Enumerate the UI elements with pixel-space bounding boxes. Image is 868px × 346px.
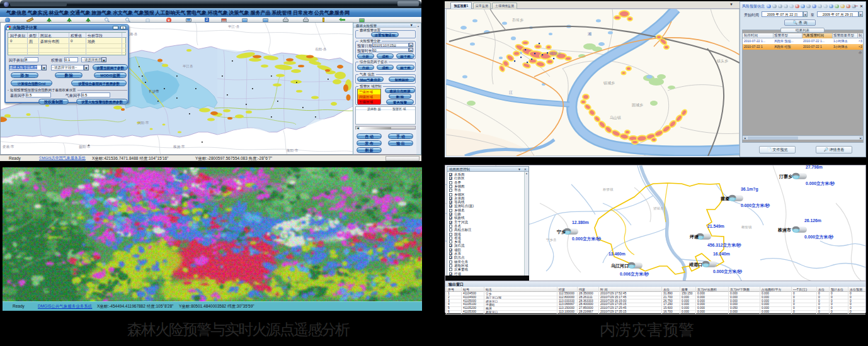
svg-text:株洲市: 株洲市 bbox=[777, 227, 791, 233]
svg-text:汀寨乡: 汀寨乡 bbox=[779, 174, 792, 179]
svg-text:0.006立方米/秒: 0.006立方米/秒 bbox=[620, 271, 649, 277]
svg-text:镇头乡: 镇头乡 bbox=[716, 59, 728, 63]
svg-text:乌山镇: 乌山镇 bbox=[610, 116, 621, 120]
svg-text:21.549m: 21.549m bbox=[707, 224, 724, 228]
svg-text:0.000立方米/秒: 0.000立方米/秒 bbox=[572, 236, 601, 242]
svg-text:宁乡: 宁乡 bbox=[557, 229, 566, 235]
svg-text:0.000立方米/秒: 0.000立方米/秒 bbox=[806, 181, 835, 186]
svg-text:江: 江 bbox=[509, 91, 513, 94]
svg-text:16.240m: 16.240m bbox=[713, 252, 730, 256]
svg-text:镇城乡: 镇城乡 bbox=[603, 81, 615, 85]
svg-text:格塘乡: 格塘乡 bbox=[549, 51, 561, 56]
svg-text:0.000立方米/秒: 0.000立方米/秒 bbox=[804, 234, 833, 240]
svg-text:宁乡县: 宁乡县 bbox=[546, 238, 557, 242]
svg-text:望城县: 望城县 bbox=[653, 206, 664, 210]
svg-text:0.000立方米/秒: 0.000立方米/秒 bbox=[741, 203, 770, 208]
svg-text:36.1m?g: 36.1m?g bbox=[741, 187, 758, 192]
svg-text:456.312立方米/秒: 456.312立方米/秒 bbox=[707, 242, 741, 248]
svg-text:靖港口: 靖港口 bbox=[688, 262, 702, 267]
svg-text:榔梨镇: 榔梨镇 bbox=[741, 225, 752, 229]
svg-text:27.798m: 27.798m bbox=[806, 165, 823, 169]
svg-text:12.380m: 12.380m bbox=[572, 220, 589, 225]
svg-text:圆城乡: 圆城乡 bbox=[632, 103, 643, 108]
svg-text:霞凝: 霞凝 bbox=[721, 196, 729, 201]
svg-text:0.000立方米/秒: 0.000立方米/秒 bbox=[713, 269, 742, 274]
svg-text:13.460m: 13.460m bbox=[608, 252, 625, 256]
svg-text:26.126m: 26.126m bbox=[804, 218, 821, 223]
svg-text:乌江河口: 乌江河口 bbox=[610, 263, 629, 269]
svg-text:湘: 湘 bbox=[588, 32, 591, 36]
svg-text:乔埠乡: 乔埠乡 bbox=[512, 18, 523, 22]
svg-text:坪塘: 坪塘 bbox=[689, 235, 699, 240]
svg-text:桥驿镇: 桥驿镇 bbox=[602, 187, 614, 192]
